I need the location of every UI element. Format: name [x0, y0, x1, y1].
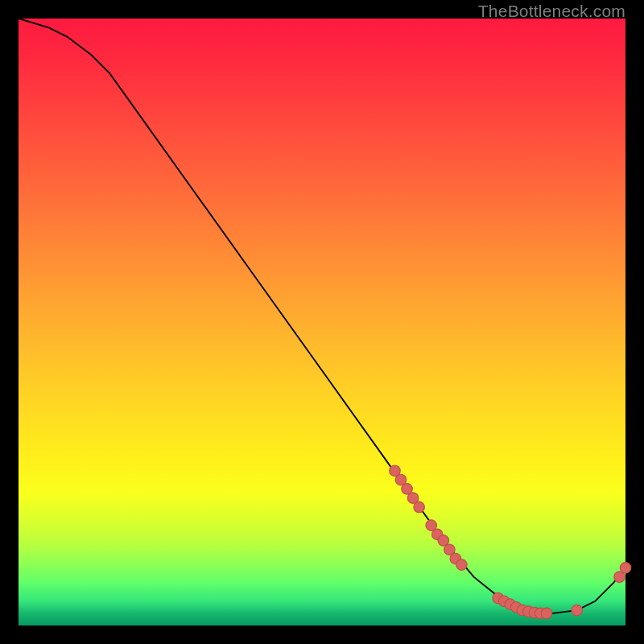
chart-svg	[19, 19, 625, 625]
chart-stage: TheBottleneck.com	[0, 0, 644, 644]
data-point	[572, 605, 583, 616]
data-point	[541, 608, 552, 619]
data-point	[414, 502, 425, 513]
bottleneck-curve	[19, 19, 625, 613]
data-point	[456, 559, 468, 571]
scatter-markers	[390, 465, 631, 619]
data-point	[620, 563, 631, 574]
plot-area	[19, 19, 625, 625]
